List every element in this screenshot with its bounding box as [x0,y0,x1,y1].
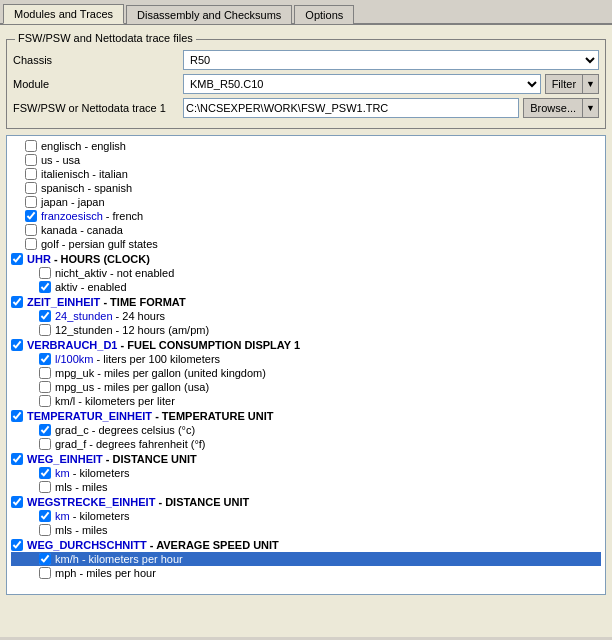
list-item: us - usa [25,153,601,167]
group-legend: FSW/PSW and Nettodata trace files [15,32,196,44]
item-label: km - kilometers [55,510,130,522]
item-checkbox[interactable] [39,553,51,565]
tab-bar: Modules and Traces Disassembly and Check… [0,0,612,25]
item-label: spanisch - spanish [41,182,132,194]
section-checkbox[interactable] [11,253,23,265]
trace-label: FSW/PSW or Nettodata trace 1 [13,102,183,114]
item-checkbox[interactable] [39,353,51,365]
item-label: italienisch - italian [41,168,128,180]
list-item: km/l - kilometers per liter [39,394,601,408]
item-checkbox[interactable] [39,510,51,522]
item-checkbox[interactable] [39,438,51,450]
section-header: VERBRAUCH_D1 - FUEL CONSUMPTION DISPLAY … [11,337,601,352]
item-checkbox[interactable] [25,224,37,236]
chassis-control: R50 [183,50,599,70]
chassis-label: Chassis [13,54,183,66]
item-checkbox[interactable] [39,467,51,479]
item-checkbox[interactable] [39,481,51,493]
trace-input[interactable] [183,98,519,118]
section-header: WEG_EINHEIT - DISTANCE UNIT [11,451,601,466]
module-dropdown[interactable]: KMB_R50.C10 [183,74,541,94]
item-checkbox[interactable] [25,154,37,166]
list-item: spanisch - spanish [25,181,601,195]
section-checkbox[interactable] [11,296,23,308]
item-checkbox[interactable] [39,310,51,322]
item-label: kanada - canada [41,224,123,236]
item-checkbox[interactable] [25,210,37,222]
item-checkbox[interactable] [25,196,37,208]
browse-arrow[interactable]: ▼ [583,98,599,118]
section-header: WEG_DURCHSCHNITT - AVERAGE SPEED UNIT [11,537,601,552]
item-checkbox[interactable] [39,281,51,293]
section-label: TEMPERATUR_EINHEIT - TEMPERATURE UNIT [27,410,274,422]
section-header: UHR - HOURS (CLOCK) [11,251,601,266]
module-row: Module KMB_R50.C10 Filter ▼ [13,74,599,94]
chassis-dropdown[interactable]: R50 [183,50,599,70]
list-item: mls - miles [39,480,601,494]
tab-modules-traces[interactable]: Modules and Traces [3,4,124,24]
module-label: Module [13,78,183,90]
trace-control: Browse... ▼ [183,98,599,118]
trace-row: FSW/PSW or Nettodata trace 1 Browse... ▼ [13,98,599,118]
list-item: 12_stunden - 12 hours (am/pm) [39,323,601,337]
list-item: kanada - canada [25,223,601,237]
tab-options[interactable]: Options [294,5,354,24]
main-content: FSW/PSW and Nettodata trace files Chassi… [0,25,612,637]
list-item: mpg_us - miles per gallon (usa) [39,380,601,394]
list-item: aktiv - enabled [39,280,601,294]
section-checkbox[interactable] [11,539,23,551]
item-checkbox[interactable] [39,267,51,279]
item-label: 24_stunden - 24 hours [55,310,165,322]
item-label: grad_c - degrees celsius (°c) [55,424,195,436]
list-item: mph - miles per hour [39,566,601,580]
list-item: grad_f - degrees fahrenheit (°f) [39,437,601,451]
item-label: grad_f - degrees fahrenheit (°f) [55,438,206,450]
list-item: km - kilometers [39,509,601,523]
list-item: mls - miles [39,523,601,537]
list-item: italienisch - italian [25,167,601,181]
item-checkbox[interactable] [39,324,51,336]
item-checkbox[interactable] [39,367,51,379]
item-label: km - kilometers [55,467,130,479]
section-checkbox[interactable] [11,410,23,422]
section-checkbox[interactable] [11,496,23,508]
tab-disassembly[interactable]: Disassembly and Checksums [126,5,292,24]
list-item: l/100km - liters per 100 kilometers [39,352,601,366]
section-label: VERBRAUCH_D1 - FUEL CONSUMPTION DISPLAY … [27,339,300,351]
item-label: mpg_uk - miles per gallon (united kingdo… [55,367,266,379]
item-checkbox[interactable] [39,424,51,436]
item-label: mph - miles per hour [55,567,156,579]
section-header: ZEIT_EINHEIT - TIME FORMAT [11,294,601,309]
item-checkbox[interactable] [39,395,51,407]
list-item: mpg_uk - miles per gallon (united kingdo… [39,366,601,380]
list-item: km - kilometers [39,466,601,480]
trace-files-group: FSW/PSW and Nettodata trace files Chassi… [6,39,606,129]
list-item: golf - persian gulf states [25,237,601,251]
list-item: japan - japan [25,195,601,209]
section-checkbox[interactable] [11,453,23,465]
item-label: 12_stunden - 12 hours (am/pm) [55,324,209,336]
item-label: aktiv - enabled [55,281,127,293]
chassis-row: Chassis R50 [13,50,599,70]
section-checkbox[interactable] [11,339,23,351]
item-checkbox[interactable] [25,238,37,250]
item-checkbox[interactable] [25,140,37,152]
item-label: mpg_us - miles per gallon (usa) [55,381,209,393]
item-label: mls - miles [55,524,108,536]
list-item: grad_c - degrees celsius (°c) [39,423,601,437]
options-list[interactable]: englisch - englishus - usaitalienisch - … [6,135,606,595]
filter-button[interactable]: Filter [545,74,583,94]
item-checkbox[interactable] [25,168,37,180]
item-label: l/100km - liters per 100 kilometers [55,353,220,365]
list-item: km/h - kilometers per hour [11,552,601,566]
filter-arrow[interactable]: ▼ [583,74,599,94]
item-checkbox[interactable] [39,567,51,579]
section-label: WEG_DURCHSCHNITT - AVERAGE SPEED UNIT [27,539,279,551]
item-label: mls - miles [55,481,108,493]
list-item: nicht_aktiv - not enabled [39,266,601,280]
item-checkbox[interactable] [39,524,51,536]
browse-button[interactable]: Browse... [523,98,583,118]
item-checkbox[interactable] [25,182,37,194]
module-control: KMB_R50.C10 Filter ▼ [183,74,599,94]
item-checkbox[interactable] [39,381,51,393]
